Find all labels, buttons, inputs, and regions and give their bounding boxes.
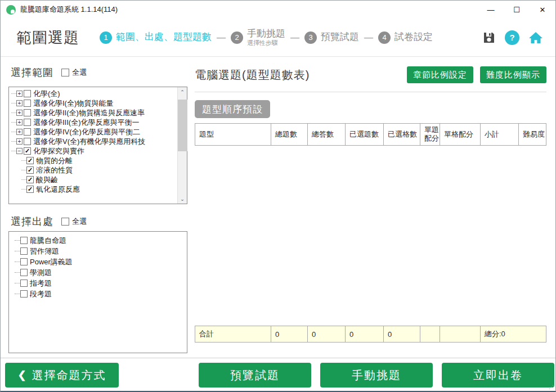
- step-3: 3預覽試題: [304, 31, 359, 44]
- expand-plus-icon[interactable]: +: [16, 110, 23, 116]
- maximize-button[interactable]: ☐: [504, 1, 530, 19]
- source-item-label: 學測題: [30, 268, 52, 278]
- tree-item-checkbox[interactable]: [24, 119, 31, 126]
- tree-item-checkbox[interactable]: [24, 147, 31, 155]
- source-item-checkbox[interactable]: [20, 258, 28, 265]
- source-item-checkbox[interactable]: [20, 280, 28, 287]
- question-table-body: [195, 146, 546, 326]
- expand-plus-icon[interactable]: +: [16, 100, 23, 106]
- panel-divider: [195, 92, 546, 92]
- tree-connector: [11, 122, 16, 123]
- scope-select-all-checkbox[interactable]: [61, 69, 69, 76]
- source-item-label: 指考題: [30, 278, 52, 289]
- tree-connector: [21, 189, 26, 190]
- column-header: 總答數: [308, 124, 346, 145]
- minimize-button[interactable]: —: [478, 1, 504, 19]
- column-header: 單格配分: [440, 124, 481, 145]
- tree-item[interactable]: +選修化學III(全)化學反應與平衡一: [11, 118, 177, 127]
- tree-item-checkbox[interactable]: [26, 166, 34, 174]
- tree-item-label: 選修化學III(全)化學反應與平衡一: [33, 118, 140, 128]
- expand-plus-icon[interactable]: +: [16, 129, 23, 135]
- scrollbar-thumb[interactable]: [178, 100, 187, 151]
- source-item-checkbox[interactable]: [20, 237, 28, 244]
- tree-item[interactable]: 酸與鹼: [11, 175, 177, 184]
- source-item-checkbox[interactable]: [20, 247, 28, 255]
- tree-connector: [15, 262, 20, 262]
- source-item-label: 龍騰自命題: [30, 236, 66, 246]
- source-select-all[interactable]: 全選: [61, 217, 87, 227]
- source-item-label: 段考題: [30, 289, 52, 299]
- question-order-button[interactable]: 題型順序預設: [195, 100, 270, 118]
- source-item[interactable]: 學測題: [12, 267, 187, 278]
- tree-item-label: 酸與鹼: [36, 175, 58, 185]
- tree-item-checkbox[interactable]: [24, 90, 31, 97]
- preview-questions-button[interactable]: 預覽試題: [199, 363, 311, 388]
- step-dash: —: [217, 33, 226, 43]
- step-dash: —: [364, 33, 373, 43]
- total-value: 0: [346, 326, 384, 342]
- total-value: [440, 326, 481, 342]
- tree-item-checkbox[interactable]: [24, 128, 31, 136]
- tree-connector: [11, 141, 16, 142]
- tree-item[interactable]: +選修化學II(全)物質構造與反應速率: [11, 108, 177, 118]
- tree-item-checkbox[interactable]: [24, 138, 31, 145]
- source-item[interactable]: 龍騰自命題: [12, 235, 187, 246]
- chapter-ratio-button[interactable]: 章節比例設定: [407, 66, 473, 83]
- close-button[interactable]: ✕: [530, 1, 555, 19]
- column-header: 難易度: [519, 124, 546, 145]
- expand-plus-icon[interactable]: +: [16, 138, 23, 145]
- help-icon[interactable]: ?: [505, 30, 519, 45]
- tree-item-label: 化學探究與實作: [33, 146, 84, 156]
- step-4: 4試卷設定: [378, 31, 433, 44]
- tree-item[interactable]: −化學探究與實作: [11, 146, 177, 156]
- resize-grip[interactable]: ⋰: [549, 384, 554, 390]
- scrollbar-down-icon[interactable]: ⌄: [178, 194, 187, 204]
- tree-connector: [11, 132, 16, 132]
- tree-item[interactable]: +化學(全): [11, 89, 177, 98]
- source-select-all-checkbox[interactable]: [61, 218, 69, 226]
- tree-item[interactable]: +選修化學V(全)有機化學與應用科技: [11, 137, 177, 146]
- save-icon[interactable]: [482, 31, 496, 44]
- source-item[interactable]: Power講義題: [12, 256, 187, 267]
- scrollbar-up-icon[interactable]: ⌃: [178, 87, 187, 97]
- step-subtitle: 選擇性步驟: [247, 39, 285, 46]
- source-item[interactable]: 指考題: [12, 278, 187, 289]
- step-number-badge: 4: [378, 31, 391, 44]
- home-icon[interactable]: [528, 31, 543, 44]
- expand-plus-icon[interactable]: +: [16, 119, 23, 125]
- tree-connector: [21, 170, 26, 170]
- tree-item[interactable]: 物質的分離: [11, 156, 177, 165]
- total-score: 總分:0: [481, 326, 546, 342]
- source-section-title: 選擇出處: [11, 215, 53, 228]
- tree-item[interactable]: +選修化學IV(全)化學反應與平衡二: [11, 127, 177, 137]
- column-header: 題型: [195, 124, 271, 145]
- tree-item-checkbox[interactable]: [26, 157, 34, 164]
- scope-tree-scrollbar[interactable]: ⌃ ⌄: [177, 87, 187, 204]
- footer-bar: ❮ 選擇命題方式 預覽試題 手動挑題 立即出卷: [1, 358, 555, 391]
- source-item[interactable]: 習作簿題: [12, 246, 187, 256]
- expand-plus-icon[interactable]: +: [16, 91, 23, 97]
- source-item-checkbox[interactable]: [20, 290, 28, 298]
- tree-connector: [15, 272, 20, 273]
- generate-paper-button[interactable]: 立即出卷: [442, 363, 554, 388]
- collapse-minus-icon[interactable]: −: [16, 148, 23, 154]
- tree-item[interactable]: 氧化還原反應: [11, 184, 177, 194]
- source-item-checkbox[interactable]: [20, 269, 28, 276]
- tree-item-checkbox[interactable]: [26, 186, 34, 193]
- tree-item-checkbox[interactable]: [24, 100, 31, 107]
- difficulty-ratio-button[interactable]: 難度比例顯示: [480, 66, 546, 83]
- scope-select-all[interactable]: 全選: [61, 67, 87, 78]
- tree-item-label: 選修化學V(全)有機化學與應用科技: [33, 137, 145, 147]
- tree-item-checkbox[interactable]: [26, 176, 34, 183]
- tree-connector: [11, 151, 16, 151]
- source-item-label: 習作簿題: [30, 246, 59, 256]
- tree-item[interactable]: +選修化學I(全)物質與能量: [11, 98, 177, 108]
- chevron-left-icon: ❮: [17, 369, 27, 381]
- tree-item[interactable]: 溶液的性質: [11, 165, 177, 175]
- source-item[interactable]: 段考題: [12, 289, 187, 299]
- manual-pick-button[interactable]: 手動挑題: [320, 363, 433, 388]
- back-to-method-button[interactable]: ❮ 選擇命題方式: [5, 363, 119, 388]
- tree-item-checkbox[interactable]: [24, 109, 31, 116]
- scope-tree-box: +化學(全)+選修化學I(全)物質與能量+選修化學II(全)物質構造與反應速率+…: [8, 87, 187, 204]
- page-title: 範圍選題: [16, 28, 79, 48]
